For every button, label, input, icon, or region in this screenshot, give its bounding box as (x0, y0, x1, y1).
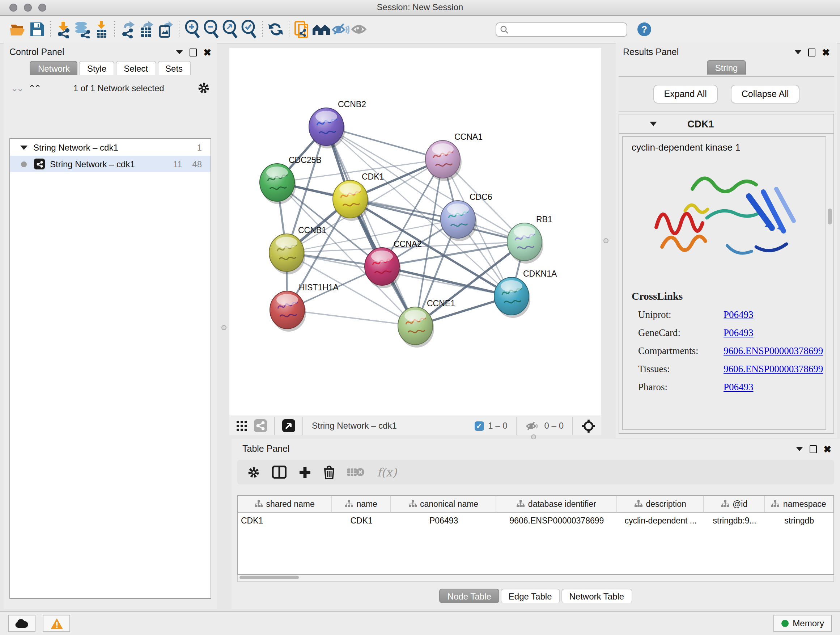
expand-all-networks-icon[interactable]: ⌃⌃ (28, 83, 40, 93)
network-view-canvas[interactable]: CCNB2CCNA1CDC25BCDK1CDC6RB1CCNB1CCNA2CDK… (229, 48, 601, 416)
table-cell[interactable]: CDK1 (332, 513, 391, 529)
network-node-CCNB2[interactable]: CCNB2 (309, 100, 366, 149)
network-node-CDC6[interactable]: CDC6 (441, 192, 493, 241)
protein-disclosure-icon[interactable] (650, 122, 657, 126)
results-float-icon[interactable] (808, 48, 815, 56)
results-close-icon[interactable]: ✖ (822, 49, 830, 55)
table-cell[interactable]: stringdb:9... (704, 513, 765, 529)
network-node-HIST1H1A[interactable]: HIST1H1A (270, 283, 339, 332)
column-header--id[interactable]: @id (704, 496, 765, 512)
tab-node-table[interactable]: Node Table (439, 589, 499, 603)
enhance-labels-button[interactable] (349, 20, 368, 39)
crosslink-link[interactable]: 9606.ENSP00000378699 (723, 345, 823, 357)
collection-disclosure-icon[interactable] (20, 145, 27, 149)
network-node-CDK1[interactable]: CDK1 (333, 172, 384, 221)
network-node-CDKN1A[interactable]: CDKN1A (494, 269, 557, 318)
panel-float-icon[interactable] (189, 48, 197, 56)
left-splitter-handle[interactable] (221, 325, 226, 330)
search-field[interactable] (496, 22, 627, 36)
apply-layout-button[interactable] (266, 20, 285, 39)
table-close-icon[interactable]: ✖ (823, 446, 831, 452)
export-network-button[interactable] (118, 20, 137, 39)
column-header-canonical-name[interactable]: canonical name (391, 496, 496, 512)
collapse-all-networks-icon[interactable]: ⌄⌄ (11, 83, 22, 93)
birdseye-view-icon[interactable] (282, 419, 295, 432)
delete-table-icon[interactable] (347, 466, 365, 478)
network-node-CDC25B[interactable]: CDC25B (260, 155, 322, 204)
protein-section-header[interactable]: CDK1 (619, 114, 834, 134)
export-image-button[interactable] (156, 20, 175, 39)
results-minimize-icon[interactable] (794, 50, 802, 54)
column-header-shared-name[interactable]: shared name (238, 496, 332, 512)
panel-minimize-icon[interactable] (176, 50, 183, 54)
tab-style[interactable]: Style (79, 61, 114, 75)
tab-network[interactable]: Network (30, 61, 78, 75)
column-header-name[interactable]: name (332, 496, 391, 512)
tab-sets[interactable]: Sets (157, 61, 191, 75)
table-cell[interactable]: P06493 (391, 513, 496, 529)
hidden-eye-icon[interactable] (526, 420, 540, 431)
results-scrollbar-thumb[interactable] (828, 209, 832, 225)
fit-selection-target-icon[interactable] (582, 419, 595, 432)
change-species-button[interactable] (312, 20, 331, 39)
table-settings-gear-icon[interactable] (248, 466, 260, 478)
table-row[interactable]: CDK1CDK1P064939606.ENSP00000378699cyclin… (238, 513, 834, 529)
network-edge-CCNA2-CDKN1A[interactable] (382, 266, 512, 296)
column-header-description[interactable]: description (617, 496, 704, 512)
network-row[interactable]: String Network – cdk1 11 48 (10, 156, 210, 172)
grid-view-icon[interactable] (237, 420, 248, 431)
open-session-button[interactable] (9, 20, 27, 39)
table-minimize-icon[interactable] (796, 447, 803, 451)
zoom-out-button[interactable] (202, 20, 221, 39)
table-hscrollbar-thumb[interactable] (240, 576, 299, 579)
show-columns-icon[interactable] (272, 466, 286, 478)
right-splitter-handle[interactable] (603, 238, 608, 243)
network-edge-CCNB2-CCNE1[interactable] (326, 127, 415, 326)
column-header-database-identifier[interactable]: database identifier (496, 496, 617, 512)
tab-string[interactable]: String (707, 60, 746, 74)
node-table[interactable]: shared namenamecanonical namedatabase id… (237, 495, 834, 575)
help-button[interactable]: ? (638, 22, 651, 36)
network-node-CCNA1[interactable]: CCNA1 (425, 132, 483, 181)
table-float-icon[interactable] (810, 445, 817, 453)
function-builder-icon[interactable]: f(x) (377, 465, 397, 479)
expand-all-button[interactable]: Expand All (653, 85, 718, 103)
table-cell[interactable]: CDK1 (238, 513, 332, 529)
network-view-mode-icon[interactable] (254, 419, 267, 432)
import-network-file-button[interactable] (54, 20, 73, 39)
enable-glass-effect-button[interactable] (331, 20, 349, 39)
network-node-RB1[interactable]: RB1 (507, 215, 553, 264)
search-input[interactable] (512, 24, 623, 35)
zoom-in-button[interactable] (183, 20, 202, 39)
crosslink-link[interactable]: 9606.ENSP00000378699 (723, 363, 823, 375)
network-options-gear-icon[interactable] (197, 82, 210, 94)
table-cell[interactable]: 9606.ENSP00000378699 (496, 513, 617, 529)
cloud-status-button[interactable] (8, 615, 35, 632)
crosslink-link[interactable]: P06493 (723, 382, 753, 393)
table-hscrollbar[interactable] (237, 575, 834, 582)
table-cell[interactable]: stringdb (765, 513, 834, 529)
column-header-namespace[interactable]: namespace (765, 496, 834, 512)
network-graph[interactable]: CCNB2CCNA1CDC25BCDK1CDC6RB1CCNB1CCNA2CDK… (229, 48, 601, 416)
save-session-button[interactable] (27, 20, 46, 39)
create-column-plus-icon[interactable] (299, 466, 311, 478)
import-table-file-button[interactable] (92, 20, 111, 39)
delete-column-trash-icon[interactable] (324, 465, 335, 479)
warning-status-button[interactable] (43, 615, 70, 632)
crosslink-link[interactable]: P06493 (723, 309, 753, 321)
table-cell[interactable]: cyclin-dependent ... (617, 513, 704, 529)
export-table-button[interactable] (137, 20, 156, 39)
zoom-fit-button[interactable] (221, 20, 240, 39)
zoom-selected-button[interactable] (240, 20, 258, 39)
import-network-database-button[interactable] (73, 20, 92, 39)
string-protein-query-button[interactable] (293, 20, 312, 39)
tab-select[interactable]: Select (116, 61, 156, 75)
collapse-all-button[interactable]: Collapse All (731, 85, 800, 103)
network-collection-row[interactable]: String Network – cdk1 1 (10, 139, 210, 156)
network-node-CCNB1[interactable]: CCNB1 (269, 226, 326, 274)
panel-close-icon[interactable]: ✖ (203, 49, 211, 55)
tab-network-table[interactable]: Network Table (561, 589, 632, 603)
crosslink-link[interactable]: P06493 (723, 327, 753, 339)
tab-edge-table[interactable]: Edge Table (501, 589, 560, 603)
memory-button[interactable]: Memory (773, 615, 832, 632)
